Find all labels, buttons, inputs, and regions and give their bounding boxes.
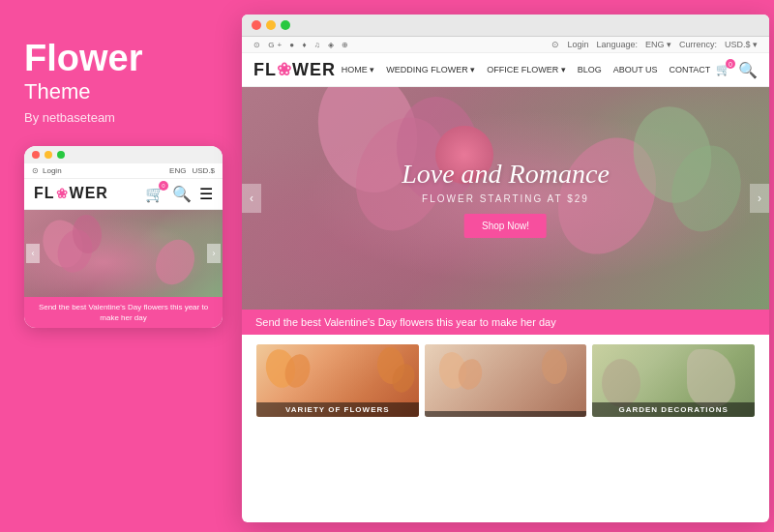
- utility-login-icon: ⊙: [551, 40, 559, 49]
- mobile-cart-icon[interactable]: 🛒 0: [145, 185, 164, 203]
- mobile-lang[interactable]: ENG: [169, 166, 186, 175]
- nav-home[interactable]: HOME ▾: [342, 65, 375, 74]
- mobile-logo: FL❀WER: [34, 185, 108, 202]
- dot-green: [57, 151, 65, 159]
- brand-title: Flower: [24, 39, 213, 79]
- desktop-view: ⊙ G+ ● ♦ ♫ ◈ ⊕ ⊙ Login Language: ENG ▾ C…: [242, 15, 769, 522]
- mobile-hero-prev-button[interactable]: ‹: [26, 244, 40, 263]
- hero-next-button[interactable]: ›: [750, 184, 769, 213]
- pink-banner: Send the best Valentine's Day flowers th…: [242, 310, 769, 335]
- product-card-3[interactable]: GARDEN DECORATIONS: [592, 344, 755, 417]
- desktop-nav-menu: HOME ▾ WEDDING FLOWER ▾ OFFICE FLOWER ▾ …: [342, 65, 711, 74]
- product-img-2: [425, 344, 587, 417]
- desktop-nav: FL❀WER HOME ▾ WEDDING FLOWER ▾ OFFICE FL…: [242, 53, 769, 87]
- nav-office-flower[interactable]: OFFICE FLOWER ▾: [487, 65, 566, 74]
- desktop-dot-yellow: [266, 20, 276, 30]
- desktop-dot-red: [252, 20, 261, 30]
- mobile-logo-bar: FL❀WER 🛒 0 🔍 ☰: [24, 179, 223, 210]
- desktop-utility-bar: ⊙ G+ ● ♦ ♫ ◈ ⊕ ⊙ Login Language: ENG ▾ C…: [242, 37, 769, 53]
- utility-social-icons: ⊙ G+ ● ♦ ♫ ◈ ⊕: [253, 41, 351, 49]
- nav-contact[interactable]: CONTACT: [670, 65, 711, 74]
- dot-red: [32, 151, 40, 159]
- mobile-caption: Send the best Valentine's Day flowers th…: [24, 297, 223, 328]
- mobile-topbar: ⊙ Login ENG USD.$: [24, 163, 223, 179]
- mobile-cart-count: 0: [159, 181, 168, 191]
- hero-prev-button[interactable]: ‹: [242, 184, 261, 213]
- product-label-3: GARDEN DECORATIONS: [592, 402, 755, 417]
- hero-subtitle: FLOWER STARTING AT $29: [402, 193, 610, 204]
- utility-login-link[interactable]: Login: [567, 40, 588, 49]
- mobile-hero-next-button[interactable]: ›: [207, 244, 221, 263]
- nav-blog[interactable]: BLOG: [578, 65, 602, 74]
- desktop-hero: Love and Romance FLOWER STARTING AT $29 …: [242, 87, 769, 310]
- desktop-titlebar: [242, 15, 769, 37]
- dot-yellow: [45, 151, 52, 159]
- utility-language-label: Language:: [596, 40, 638, 49]
- product-img-1: VARIETY OF FLOWERS: [256, 344, 419, 417]
- left-panel: Flower Theme By netbaseteam ⊙ Login ENG …: [0, 0, 237, 532]
- mobile-search-icon[interactable]: 🔍: [172, 185, 192, 203]
- mobile-mockup: ⊙ Login ENG USD.$ FL❀WER 🛒 0 🔍 ☰: [24, 146, 223, 328]
- desktop-cart-icon[interactable]: 🛒 0: [716, 63, 730, 76]
- mobile-login-icon: ⊙: [32, 166, 39, 175]
- utility-currency-val[interactable]: USD.$ ▾: [725, 40, 758, 49]
- desktop-dot-green: [281, 20, 290, 30]
- desktop-logo: FL❀WER: [253, 59, 336, 80]
- desktop-nav-icons: 🛒 0 🔍: [716, 61, 758, 79]
- hero-shop-button[interactable]: Shop Now!: [464, 214, 547, 238]
- hero-text-container: Love and Romance FLOWER STARTING AT $29 …: [402, 159, 610, 238]
- product-card-2[interactable]: [425, 344, 587, 417]
- mobile-titlebar: [24, 146, 223, 163]
- mobile-flower-icon: ❀: [56, 186, 69, 201]
- mobile-menu-icon[interactable]: ☰: [199, 185, 213, 203]
- nav-wedding-flower[interactable]: WEDDING FLOWER ▾: [386, 65, 475, 74]
- desktop-flower-icon: ❀: [277, 59, 292, 80]
- brand-subtitle: Theme: [24, 79, 213, 104]
- nav-about-us[interactable]: ABOUT US: [613, 65, 658, 74]
- brand-by: By netbaseteam: [24, 110, 213, 125]
- product-img-3: GARDEN DECORATIONS: [592, 344, 755, 417]
- mobile-currency[interactable]: USD.$: [192, 166, 215, 175]
- desktop-search-icon[interactable]: 🔍: [738, 61, 758, 79]
- product-label-2: [425, 411, 587, 417]
- product-grid: VARIETY OF FLOWERS GARDEN DECORATIONS: [242, 335, 769, 427]
- product-label-1: VARIETY OF FLOWERS: [256, 402, 419, 417]
- utility-currency-label: Currency:: [679, 40, 717, 49]
- mobile-hero: ‹ ›: [24, 210, 223, 297]
- utility-language-val[interactable]: ENG ▾: [645, 40, 671, 49]
- hero-title: Love and Romance: [402, 159, 610, 190]
- mobile-login-label[interactable]: Login: [43, 166, 62, 175]
- product-card-1[interactable]: VARIETY OF FLOWERS: [256, 344, 419, 417]
- desktop-cart-count: 0: [726, 59, 735, 69]
